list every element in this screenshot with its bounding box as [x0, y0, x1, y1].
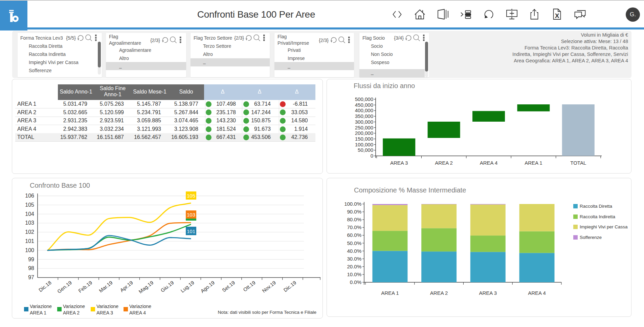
svg-text:450,000: 450,000: [355, 102, 373, 108]
svg-text:103: 103: [187, 212, 195, 218]
svg-text:150,000: 150,000: [355, 136, 373, 142]
svg-text:Impieghi Vivi per Cassa: Impieghi Vivi per Cassa: [580, 224, 628, 229]
svg-text:300,000: 300,000: [355, 119, 373, 125]
svg-text:Mar.19: Mar.19: [98, 280, 114, 294]
svg-text:Dic.18: Dic.18: [38, 280, 52, 293]
svg-text:200,000: 200,000: [355, 130, 373, 136]
svg-text:20.0%: 20.0%: [347, 264, 361, 269]
svg-text:101: 101: [187, 228, 195, 234]
svg-text:102: 102: [25, 229, 34, 235]
svg-text:Gen.19: Gen.19: [56, 280, 73, 294]
svg-text:AREA 4: AREA 4: [480, 160, 498, 166]
svg-text:AREA 1: AREA 1: [381, 290, 399, 296]
svg-text:105: 105: [187, 193, 195, 199]
svg-text:Set.19: Set.19: [221, 280, 236, 293]
svg-text:100: 100: [25, 247, 34, 253]
svg-text:Sofferenze: Sofferenze: [580, 235, 602, 240]
svg-text:AREA 3: AREA 3: [479, 290, 497, 296]
svg-text:AREA 1: AREA 1: [525, 160, 542, 166]
svg-text:AREA 2: AREA 2: [435, 160, 453, 166]
svg-text:Raccolta Diretta: Raccolta Diretta: [580, 204, 613, 209]
svg-text:Variazione: Variazione: [96, 304, 118, 309]
svg-text:Giu.19: Giu.19: [159, 280, 175, 293]
svg-text:50.0%: 50.0%: [347, 240, 361, 246]
svg-text:AREA 3: AREA 3: [390, 160, 408, 166]
svg-text:90.0%: 90.0%: [347, 209, 361, 214]
svg-text:Variazione: Variazione: [30, 304, 52, 309]
svg-text:Variazione: Variazione: [129, 304, 151, 309]
svg-text:Variazione: Variazione: [63, 304, 85, 309]
svg-text:70.0%: 70.0%: [347, 224, 361, 230]
svg-text:AREA 2: AREA 2: [63, 310, 80, 315]
svg-text:Composizione % Masse Intermedi: Composizione % Masse Intermediate: [354, 186, 466, 194]
svg-text:Lug.19: Lug.19: [179, 280, 195, 294]
svg-text:Nota: dati visibili solo per F: Nota: dati visibili solo per Forma Tecni…: [218, 310, 316, 315]
svg-text:350,000: 350,000: [355, 113, 373, 119]
svg-text:Apr.19: Apr.19: [119, 280, 134, 293]
svg-text:Feb.19: Feb.19: [77, 280, 93, 294]
svg-text:106: 106: [25, 193, 34, 199]
svg-text:104: 104: [25, 211, 34, 217]
svg-text:Ago.19: Ago.19: [199, 280, 216, 294]
svg-text:98: 98: [28, 265, 34, 271]
svg-text:80.0%: 80.0%: [347, 217, 361, 222]
svg-text:97: 97: [28, 274, 34, 280]
svg-text:AREA 4: AREA 4: [528, 290, 546, 296]
svg-text:99: 99: [28, 257, 34, 262]
svg-text:X: X: [555, 12, 559, 19]
svg-text:100.0%: 100.0%: [344, 201, 361, 207]
svg-text:400,000: 400,000: [355, 107, 373, 113]
svg-text:60.0%: 60.0%: [347, 232, 361, 238]
svg-text:AREA 4: AREA 4: [129, 310, 146, 315]
svg-text:AREA 2: AREA 2: [430, 290, 448, 296]
svg-text:0: 0: [371, 153, 373, 159]
svg-text:30.0%: 30.0%: [347, 256, 361, 262]
svg-text:Confronto Base 100: Confronto Base 100: [30, 182, 90, 189]
svg-text:10.0%: 10.0%: [347, 271, 361, 277]
svg-text:TOTAL: TOTAL: [570, 160, 586, 166]
svg-text:0.0%: 0.0%: [350, 279, 361, 285]
svg-text:250,000: 250,000: [355, 125, 373, 130]
svg-text:Dic.19: Dic.19: [282, 280, 297, 293]
svg-text:105: 105: [25, 202, 34, 208]
svg-text:Flussi da inizio anno: Flussi da inizio anno: [354, 82, 415, 89]
svg-text:Ott.19: Ott.19: [242, 280, 257, 293]
svg-text:50,000: 50,000: [358, 147, 373, 153]
svg-text:Mag.19: Mag.19: [137, 280, 154, 294]
svg-text:Raccolta Indiretta: Raccolta Indiretta: [580, 214, 616, 219]
svg-text:500,000: 500,000: [355, 96, 373, 102]
svg-text:Nov.19: Nov.19: [261, 280, 277, 294]
svg-text:40.0%: 40.0%: [347, 248, 361, 254]
svg-text:AREA 1: AREA 1: [30, 310, 46, 315]
svg-text:AREA 3: AREA 3: [96, 310, 113, 315]
svg-text:100,000: 100,000: [355, 142, 373, 147]
svg-text:103: 103: [25, 220, 34, 226]
svg-text:101: 101: [25, 238, 34, 244]
